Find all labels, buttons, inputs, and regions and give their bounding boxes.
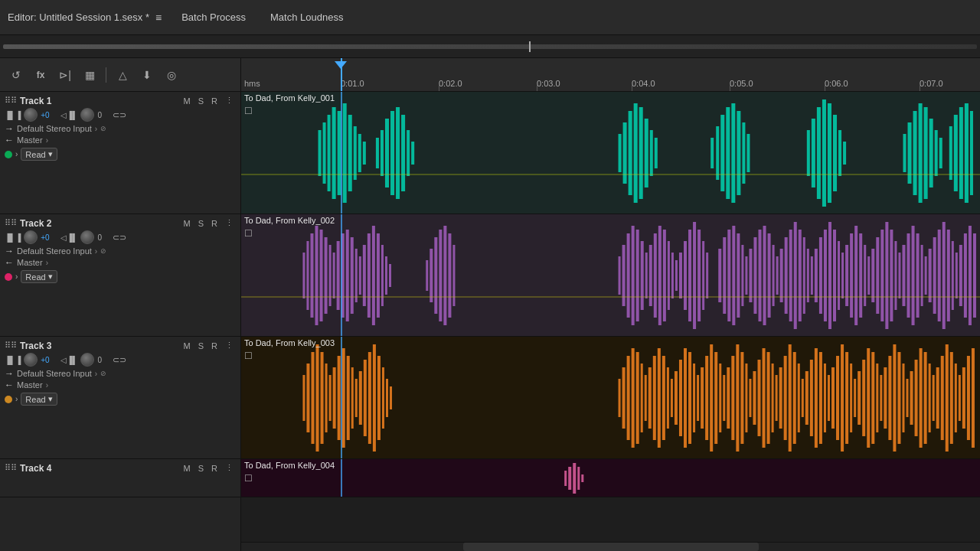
track-3-mute-icon[interactable]: ⊘: [100, 370, 106, 377]
svg-rect-212: [719, 364, 721, 432]
track-1-container: ⠿⠿ Track 1 M S R ⋮ ▐▌▐ +0 ◁▐▌ 0 ⊂⊃: [0, 92, 240, 214]
track-2-rec-btn[interactable]: R: [209, 218, 220, 229]
timeline-tracks: To Dad, From Kelly_001 ☐: [241, 92, 980, 542]
svg-rect-251: [888, 356, 891, 440]
track-1-clip-label: To Dad, From Kelly_001: [244, 93, 335, 103]
svg-rect-244: [858, 371, 861, 425]
track-3-mute-btn[interactable]: M: [181, 341, 193, 351]
track-2-name: Track 2: [20, 218, 178, 229]
track-2-pan-knob[interactable]: [80, 230, 94, 244]
track-2-clip-label: To Dad, From Kelly_002: [244, 216, 335, 225]
track-3-color-dot: [5, 396, 12, 403]
track-3-solo-btn[interactable]: S: [196, 341, 206, 351]
track-2-vol-knob[interactable]: [24, 230, 38, 244]
progress-bar[interactable]: [3, 44, 977, 49]
track-2-read-dropdown[interactable]: Read ▾: [21, 270, 57, 283]
track-1-expand-icon[interactable]: ›: [15, 150, 18, 158]
timeline-ruler[interactable]: hms 0:01.0 0:02.0 0:03.0 0:04.0 0:05.0 0…: [241, 58, 980, 92]
track-4-mute-btn[interactable]: M: [181, 463, 193, 474]
refresh-icon[interactable]: ↺: [6, 65, 26, 85]
monitor-icon[interactable]: ◎: [162, 65, 181, 85]
svg-rect-256: [910, 371, 913, 425]
track-3-rec-btn[interactable]: R: [209, 341, 220, 351]
track-1-clip-checkbox[interactable]: ☐: [244, 106, 253, 116]
track-4-more-btn[interactable]: ⋮: [223, 462, 236, 474]
track-2-mute-btn[interactable]: M: [181, 218, 193, 229]
ruler-mark-4: 0:05.0: [730, 79, 753, 88]
svg-rect-186: [382, 367, 384, 429]
track-2-input-chevron[interactable]: ›: [95, 247, 97, 256]
track-2-link-icon[interactable]: ⊂⊃: [113, 233, 126, 243]
ruler-mark-2: 0:03.0: [537, 79, 560, 88]
svg-rect-170: [311, 352, 314, 444]
chart-icon[interactable]: ▦: [80, 65, 100, 85]
track-3-input-route: Default Stereo Input: [17, 369, 92, 378]
track-3-read-dropdown[interactable]: Read ▾: [21, 393, 57, 406]
main-layout: ↺ fx ⊳| ▦ △ ⬇ ◎ ⠿⠿ Track 1 M S R ⋮ ▐▌: [0, 58, 980, 551]
track-3-timeline[interactable]: To Dad, From Kelly_003 ☐: [241, 337, 980, 459]
track-4-clip-checkbox[interactable]: ☐: [244, 473, 253, 484]
svg-rect-192: [632, 348, 635, 448]
track-2-mute-icon[interactable]: ⊘: [100, 247, 106, 255]
track-1-mute-icon[interactable]: ⊘: [100, 125, 106, 132]
track-1-more-btn[interactable]: ⋮: [223, 95, 236, 106]
track-2-more-btn[interactable]: ⋮: [223, 217, 236, 229]
match-loudness-menu[interactable]: Match Loudness: [266, 8, 348, 26]
track-2-clip-checkbox[interactable]: ☐: [244, 228, 253, 239]
track-4-container: ⠿⠿ Track 4 M S R ⋮: [0, 459, 240, 497]
track-1-input-chevron[interactable]: ›: [95, 125, 97, 133]
track-3-playhead: [341, 337, 342, 458]
svg-rect-270: [972, 348, 975, 448]
svg-rect-229: [793, 352, 796, 444]
track-3-link-icon[interactable]: ⊂⊃: [113, 355, 126, 365]
fx-icon[interactable]: fx: [31, 65, 51, 85]
track-3-more-btn[interactable]: ⋮: [223, 340, 236, 351]
track-4-solo-btn[interactable]: S: [196, 463, 206, 474]
svg-rect-243: [854, 379, 856, 417]
track-2-output-chevron[interactable]: ›: [46, 259, 48, 267]
svg-rect-199: [662, 356, 665, 440]
track-2-expand-icon[interactable]: ›: [15, 272, 18, 281]
svg-rect-262: [936, 367, 939, 429]
svg-rect-177: [342, 348, 345, 448]
track-1-output-chevron[interactable]: ›: [46, 136, 48, 145]
track-1-link-icon[interactable]: ⊂⊃: [113, 110, 126, 120]
download-icon[interactable]: ⬇: [137, 65, 157, 85]
track-1-rec-btn[interactable]: R: [209, 96, 220, 106]
track-1-read-dropdown[interactable]: Read ▾: [21, 148, 57, 161]
track-1-vol-knob[interactable]: [24, 108, 38, 122]
svg-rect-266: [955, 364, 957, 432]
track-3-clip-checkbox[interactable]: ☐: [244, 350, 253, 361]
svg-rect-174: [329, 375, 332, 421]
bottom-scrollbar[interactable]: [241, 542, 980, 551]
track-1-solo-btn[interactable]: S: [196, 96, 206, 106]
svg-rect-250: [884, 367, 887, 429]
hamburger-menu-icon[interactable]: ≡: [155, 11, 162, 24]
ruler-mark-1: 0:02.0: [439, 79, 462, 88]
track-2-input-text: Default Stereo Input: [17, 246, 92, 256]
track-3-expand-icon[interactable]: ›: [15, 395, 18, 403]
track-2-timeline[interactable]: To Dad, From Kelly_002 ☐: [241, 214, 980, 337]
track-3-input-chevron[interactable]: ›: [95, 370, 97, 378]
track-3-pan-knob[interactable]: [80, 353, 94, 367]
play-return-icon[interactable]: ⊳|: [55, 65, 75, 85]
track-2-input-route: Default Stereo Input: [17, 246, 92, 256]
metronome-icon[interactable]: △: [113, 65, 132, 85]
svg-rect-210: [710, 344, 713, 452]
svg-rect-185: [377, 356, 381, 440]
track-2-solo-btn[interactable]: S: [196, 218, 206, 229]
track-4-timeline[interactable]: To Dad, From Kelly_004 ☐: [241, 459, 980, 497]
ruler-tick-6: [920, 85, 920, 91]
svg-rect-215: [731, 356, 734, 440]
track-3-header: ⠿⠿ Track 3 M S R ⋮ ▐▌▐ +0 ◁▐▌ 0 ⊂⊃: [0, 337, 240, 409]
track-4-rec-btn[interactable]: R: [209, 463, 220, 474]
track-3-vol-knob[interactable]: [24, 353, 38, 367]
batch-process-menu[interactable]: Batch Process: [177, 8, 250, 26]
track-1-pan-knob[interactable]: [80, 108, 94, 122]
track-1-mute-btn[interactable]: M: [181, 96, 193, 106]
svg-rect-219: [749, 379, 751, 417]
track-1-timeline[interactable]: To Dad, From Kelly_001 ☐: [241, 92, 980, 214]
svg-rect-259: [924, 352, 927, 444]
svg-rect-173: [325, 364, 328, 432]
track-3-output-chevron[interactable]: ›: [46, 381, 48, 390]
